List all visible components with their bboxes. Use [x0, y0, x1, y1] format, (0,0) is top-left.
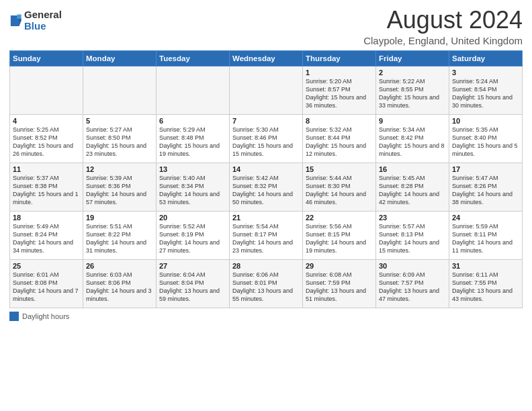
calendar-week-2: 4Sunrise: 5:25 AM Sunset: 8:52 PM Daylig…: [10, 114, 523, 163]
calendar-cell: 29Sunrise: 6:08 AM Sunset: 7:59 PM Dayli…: [303, 259, 376, 308]
col-wednesday: Wednesday: [230, 50, 303, 66]
day-number: 12: [86, 165, 153, 173]
col-sunday: Sunday: [10, 50, 83, 66]
day-info: Sunrise: 5:37 AM Sunset: 8:38 PM Dayligh…: [13, 174, 80, 207]
calendar-cell: 21Sunrise: 5:54 AM Sunset: 8:17 PM Dayli…: [230, 211, 303, 259]
calendar-table: Sunday Monday Tuesday Wednesday Thursday…: [9, 50, 523, 308]
day-number: 20: [159, 214, 226, 222]
header-row: Sunday Monday Tuesday Wednesday Thursday…: [10, 50, 523, 66]
day-info: Sunrise: 5:51 AM Sunset: 8:22 PM Dayligh…: [86, 222, 153, 255]
day-number: 7: [232, 117, 300, 125]
calendar-cell: 5Sunrise: 5:27 AM Sunset: 8:50 PM Daylig…: [83, 114, 157, 163]
subtitle: Claypole, England, United Kingdom: [363, 35, 523, 46]
day-info: Sunrise: 5:27 AM Sunset: 8:50 PM Dayligh…: [86, 126, 153, 158]
calendar-cell: 31Sunrise: 6:11 AM Sunset: 7:55 PM Dayli…: [449, 259, 523, 308]
day-number: 16: [379, 165, 446, 173]
day-info: Sunrise: 5:30 AM Sunset: 8:46 PM Dayligh…: [232, 126, 300, 158]
day-info: Sunrise: 5:20 AM Sunset: 8:57 PM Dayligh…: [306, 77, 373, 110]
calendar-week-5: 25Sunrise: 6:01 AM Sunset: 8:08 PM Dayli…: [10, 259, 523, 308]
calendar-cell: 24Sunrise: 5:59 AM Sunset: 8:11 PM Dayli…: [449, 211, 523, 259]
calendar-cell: 8Sunrise: 5:32 AM Sunset: 8:44 PM Daylig…: [303, 114, 376, 163]
day-number: 15: [306, 165, 373, 173]
day-number: 18: [13, 214, 80, 222]
calendar-cell: 18Sunrise: 5:49 AM Sunset: 8:24 PM Dayli…: [10, 211, 83, 259]
calendar-cell: 10Sunrise: 5:35 AM Sunset: 8:40 PM Dayli…: [449, 114, 523, 163]
day-info: Sunrise: 5:52 AM Sunset: 8:19 PM Dayligh…: [159, 222, 226, 255]
calendar-cell: 13Sunrise: 5:40 AM Sunset: 8:34 PM Dayli…: [157, 163, 230, 211]
day-info: Sunrise: 5:54 AM Sunset: 8:17 PM Dayligh…: [232, 222, 300, 255]
calendar-cell: 20Sunrise: 5:52 AM Sunset: 8:19 PM Dayli…: [157, 211, 230, 259]
day-number: 14: [232, 165, 300, 173]
day-number: 11: [13, 165, 80, 173]
calendar-cell: 19Sunrise: 5:51 AM Sunset: 8:22 PM Dayli…: [83, 211, 157, 259]
day-info: Sunrise: 5:39 AM Sunset: 8:36 PM Dayligh…: [86, 174, 153, 207]
logo-icon: [9, 13, 21, 28]
logo-text: General Blue: [24, 9, 62, 32]
footer: Daylight hours: [9, 312, 523, 321]
day-number: 4: [13, 117, 80, 125]
day-info: Sunrise: 5:24 AM Sunset: 8:54 PM Dayligh…: [452, 77, 519, 110]
col-tuesday: Tuesday: [157, 50, 230, 66]
day-number: 8: [306, 117, 373, 125]
logo: General Blue: [9, 9, 62, 32]
calendar-cell: 9Sunrise: 5:34 AM Sunset: 8:42 PM Daylig…: [376, 114, 449, 163]
calendar-cell: 25Sunrise: 6:01 AM Sunset: 8:08 PM Dayli…: [10, 259, 83, 308]
day-number: 24: [452, 214, 519, 222]
day-number: 25: [13, 262, 80, 270]
day-info: Sunrise: 6:06 AM Sunset: 8:01 PM Dayligh…: [232, 271, 300, 304]
day-number: 26: [86, 262, 153, 270]
day-number: 31: [452, 262, 519, 270]
calendar-cell: 16Sunrise: 5:45 AM Sunset: 8:28 PM Dayli…: [376, 163, 449, 211]
calendar-cell: 6Sunrise: 5:29 AM Sunset: 8:48 PM Daylig…: [157, 114, 230, 163]
day-info: Sunrise: 6:04 AM Sunset: 8:04 PM Dayligh…: [159, 271, 226, 304]
calendar-cell: 30Sunrise: 6:09 AM Sunset: 7:57 PM Dayli…: [376, 259, 449, 308]
day-info: Sunrise: 5:42 AM Sunset: 8:32 PM Dayligh…: [232, 174, 300, 207]
col-thursday: Thursday: [303, 50, 376, 66]
day-info: Sunrise: 5:59 AM Sunset: 8:11 PM Dayligh…: [452, 222, 519, 255]
calendar-cell: 7Sunrise: 5:30 AM Sunset: 8:46 PM Daylig…: [230, 114, 303, 163]
day-number: 13: [159, 165, 226, 173]
day-info: Sunrise: 6:03 AM Sunset: 8:06 PM Dayligh…: [86, 271, 153, 304]
day-number: 30: [379, 262, 446, 270]
main-title: August 2024: [363, 7, 523, 34]
col-saturday: Saturday: [449, 50, 523, 66]
day-number: 5: [86, 117, 153, 125]
day-info: Sunrise: 5:35 AM Sunset: 8:40 PM Dayligh…: [452, 126, 519, 158]
calendar-cell: [230, 66, 303, 114]
legend-box: [9, 312, 19, 321]
logo-blue: Blue: [24, 21, 62, 32]
calendar-cell: [83, 66, 157, 114]
day-info: Sunrise: 6:09 AM Sunset: 7:57 PM Dayligh…: [379, 271, 446, 304]
calendar-week-1: 1Sunrise: 5:20 AM Sunset: 8:57 PM Daylig…: [10, 66, 523, 114]
day-number: 27: [159, 262, 226, 270]
calendar-cell: 26Sunrise: 6:03 AM Sunset: 8:06 PM Dayli…: [83, 259, 157, 308]
calendar-cell: 3Sunrise: 5:24 AM Sunset: 8:54 PM Daylig…: [449, 66, 523, 114]
day-number: 22: [306, 214, 373, 222]
day-number: 17: [452, 165, 519, 173]
day-number: 3: [452, 68, 519, 77]
day-info: Sunrise: 5:45 AM Sunset: 8:28 PM Dayligh…: [379, 174, 446, 207]
calendar-cell: 28Sunrise: 6:06 AM Sunset: 8:01 PM Dayli…: [230, 259, 303, 308]
day-info: Sunrise: 5:44 AM Sunset: 8:30 PM Dayligh…: [306, 174, 373, 207]
col-monday: Monday: [83, 50, 157, 66]
calendar-cell: [10, 66, 83, 114]
day-info: Sunrise: 5:34 AM Sunset: 8:42 PM Dayligh…: [379, 126, 446, 158]
calendar-cell: 15Sunrise: 5:44 AM Sunset: 8:30 PM Dayli…: [303, 163, 376, 211]
calendar-cell: 17Sunrise: 5:47 AM Sunset: 8:26 PM Dayli…: [449, 163, 523, 211]
day-info: Sunrise: 5:57 AM Sunset: 8:13 PM Dayligh…: [379, 222, 446, 255]
title-block: August 2024 Claypole, England, United Ki…: [363, 7, 523, 46]
calendar-cell: [157, 66, 230, 114]
calendar-cell: 12Sunrise: 5:39 AM Sunset: 8:36 PM Dayli…: [83, 163, 157, 211]
logo-general: General: [24, 9, 62, 21]
calendar-week-3: 11Sunrise: 5:37 AM Sunset: 8:38 PM Dayli…: [10, 163, 523, 211]
calendar-cell: 2Sunrise: 5:22 AM Sunset: 8:55 PM Daylig…: [376, 66, 449, 114]
calendar-cell: 23Sunrise: 5:57 AM Sunset: 8:13 PM Dayli…: [376, 211, 449, 259]
calendar-cell: 27Sunrise: 6:04 AM Sunset: 8:04 PM Dayli…: [157, 259, 230, 308]
day-number: 28: [232, 262, 300, 270]
day-number: 19: [86, 214, 153, 222]
day-number: 1: [306, 68, 373, 77]
calendar-cell: 11Sunrise: 5:37 AM Sunset: 8:38 PM Dayli…: [10, 163, 83, 211]
calendar-cell: 14Sunrise: 5:42 AM Sunset: 8:32 PM Dayli…: [230, 163, 303, 211]
calendar-cell: 1Sunrise: 5:20 AM Sunset: 8:57 PM Daylig…: [303, 66, 376, 114]
calendar-cell: 22Sunrise: 5:56 AM Sunset: 8:15 PM Dayli…: [303, 211, 376, 259]
